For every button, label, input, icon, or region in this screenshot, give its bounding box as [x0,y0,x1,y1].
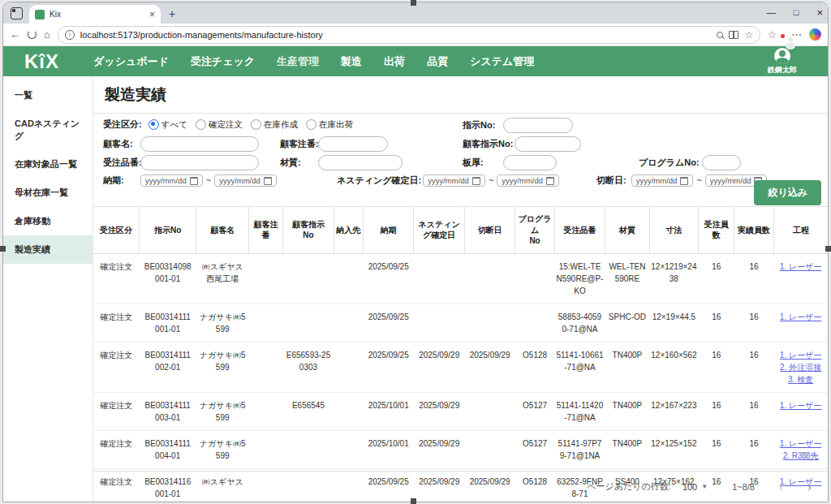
nav-item[interactable]: システム管理 [470,44,534,79]
search-icon[interactable] [717,32,723,38]
back-icon[interactable]: ← [10,29,20,40]
date-input[interactable]: yyyy/mm/dd [214,174,277,187]
radio-icon[interactable] [149,119,159,130]
nav-item[interactable]: 受注チェック [191,44,255,79]
radio-icon[interactable] [196,119,206,130]
process-cell: 1. レーザー [773,304,828,342]
address-bar[interactable]: i localhost:5173/production-managements/… [58,26,760,44]
sidebar-item[interactable]: 在庫対象品一覧 [3,150,93,179]
maximize-button[interactable]: □ [794,7,799,17]
calendar-icon[interactable] [680,177,688,185]
column-header: 材質 [605,207,649,254]
table-cell: 51141-97P79-71@1NA [554,430,605,468]
thickness-input[interactable] [503,155,557,170]
table-cell: 15:WEL-TEN590RE@P-KO [554,253,605,304]
calendar-icon[interactable] [472,177,480,185]
nav-item[interactable]: 製造 [341,44,362,79]
program-no-input[interactable] [702,155,741,170]
material-input[interactable] [318,155,403,170]
sidebar-item[interactable]: 製造実績 [3,235,93,264]
customer-order-no-input[interactable] [318,136,388,152]
radio-icon[interactable] [251,119,261,130]
date-input[interactable]: yyyy/mm/dd [631,174,694,187]
process-link[interactable]: 2. 外注溶接 [775,361,826,373]
new-tab-button[interactable]: + [169,7,175,20]
sidebar-item[interactable]: CADネスティング [3,110,93,150]
date-input[interactable]: yyyy/mm/dd [497,174,559,187]
table-cell: E656545 [283,392,334,430]
favorite-star-icon[interactable]: ☆ [744,30,753,40]
customer-name-input[interactable] [140,136,259,152]
process-link[interactable]: 1. レーザー [775,437,826,450]
close-button[interactable]: × [816,6,823,19]
table-cell: BE00314111 002-01 [139,342,196,392]
table-cell [334,342,363,392]
table-header-row: 受注区分指示No顧客名顧客注番顧客指示 No納入先納期ネスティン グ確定日切断日… [93,207,828,254]
process-link[interactable]: 1. レーザー [775,311,826,323]
more-menu-icon[interactable]: ⋯ [791,29,802,40]
order-part-no-input[interactable] [140,155,259,170]
sidebar-item[interactable]: 倉庫移動 [3,207,93,235]
table-cell: 12×167×223 [649,392,698,430]
table-cell: 2025/09/29 [414,342,464,392]
column-header: プログラム No [515,207,554,254]
customer-name-label: 顧客名: [103,138,140,150]
date-input[interactable]: yyyy/mm/dd [423,174,485,187]
sidebar-item[interactable]: 母材在庫一覧 [3,179,93,207]
calendar-icon[interactable] [264,177,272,185]
nav-item[interactable]: ダッシュボード [93,44,169,79]
resize-handle-bottom[interactable] [411,498,416,504]
favorites-bar-icon[interactable]: ☆ [768,30,777,40]
next-page-icon[interactable]: › [807,480,812,493]
process-link[interactable]: 1. レーザー [775,261,826,273]
home-icon[interactable]: ⌂ [44,29,50,40]
app-logo[interactable]: KîX [24,50,59,73]
prev-page-icon[interactable]: ‹ [779,480,783,493]
screen: Kix × + — □ × ← ⌂ i localhost:5173/produ… [0,0,831,504]
nav-item[interactable]: 出荷 [384,44,405,79]
order-class-option[interactable]: 在庫作成 [251,119,298,131]
column-header: 受注品番 [554,207,605,254]
process-link[interactable]: 2. R3開先 [775,450,826,462]
resize-handle-left[interactable] [0,246,6,252]
table-cell [464,253,515,304]
browser-tab[interactable]: Kix × [29,5,161,24]
order-class-option[interactable]: 在庫出荷 [306,119,353,131]
nav-item[interactable]: 品質 [427,44,448,79]
reload-icon[interactable] [28,30,37,39]
customer-instruction-no-input[interactable] [515,136,581,152]
user-menu[interactable]: 鉄鋼太郎 [768,48,797,75]
date-input[interactable]: yyyy/mm/dd [140,174,203,187]
radio-icon[interactable] [306,119,316,130]
order-class-option[interactable]: 確定注文 [196,119,243,131]
split-screen-icon[interactable] [729,31,738,39]
resize-handle-top[interactable] [411,0,416,6]
calendar-icon[interactable] [190,177,198,185]
site-info-icon[interactable]: i [65,30,75,40]
nav-item[interactable]: 生産管理 [277,44,319,79]
copilot-icon[interactable] [809,28,821,41]
material-label: 材質: [280,157,318,169]
tab-close-icon[interactable]: × [149,10,155,19]
process-link[interactable]: 1. レーザー [775,349,826,361]
resize-handle-right[interactable] [825,246,831,252]
table-cell: 確定注文 [93,304,139,342]
process-cell: 1. レーザー2. R3開先 [773,430,828,468]
rows-per-page-select[interactable]: 100 ▼ [682,482,708,492]
table-cell: E656593-25 0303 [283,342,334,392]
filter-submit-button[interactable]: 絞り込み [754,180,821,205]
process-cell: 1. レーザー [773,253,828,304]
column-header: 顧客指示 No [283,207,334,254]
calendar-icon[interactable] [546,177,554,185]
process-link[interactable]: 3. 検査 [775,373,826,386]
table-cell [414,304,464,342]
order-class-option[interactable]: すべて [149,119,187,131]
minimize-button[interactable]: — [767,7,776,17]
user-avatar-icon [774,48,790,64]
instruction-no-input[interactable] [503,118,573,133]
range-separator: ~ [206,175,211,185]
process-link[interactable]: 1. レーザー [775,399,826,411]
tab-search-icon[interactable] [11,7,23,19]
date-placeholder: yyyy/mm/dd [636,176,678,185]
sidebar-item[interactable]: 一覧 [3,81,93,110]
